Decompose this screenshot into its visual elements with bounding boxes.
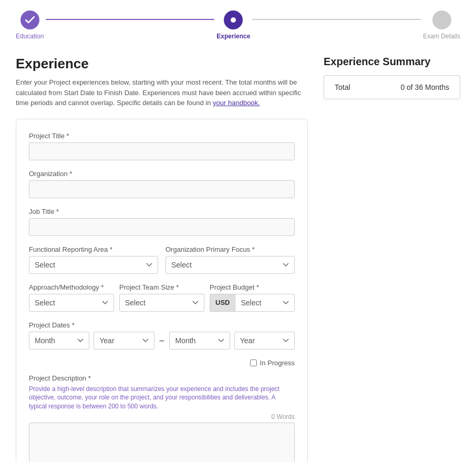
stepper-line-1 bbox=[46, 19, 214, 20]
project-budget-select[interactable]: Select bbox=[235, 294, 295, 312]
right-panel: Experience Summary Total 0 of 36 Months bbox=[324, 56, 460, 462]
stepper-experience: Experience bbox=[216, 11, 250, 40]
project-dates-label: Project Dates * bbox=[29, 321, 295, 329]
description-text: Enter your Project experiences below, st… bbox=[16, 77, 308, 108]
project-budget-label: Project Budget * bbox=[210, 283, 295, 291]
project-description-sublabel: Provide a high-level description that su… bbox=[29, 385, 295, 411]
page-title: Experience bbox=[16, 56, 308, 72]
project-title-label: Project Title * bbox=[29, 132, 295, 140]
stepper-circle-exam-details bbox=[432, 11, 451, 29]
job-title-group: Job Title * bbox=[29, 208, 295, 236]
approach-methodology-select[interactable]: Select bbox=[29, 294, 114, 312]
project-description-label: Project Description * bbox=[29, 374, 295, 382]
project-team-size-label: Project Team Size * bbox=[119, 283, 204, 291]
dates-separator: – bbox=[159, 336, 165, 345]
stepper-circle-education bbox=[20, 11, 39, 29]
organization-input[interactable] bbox=[29, 180, 295, 198]
project-description-group: Project Description * Provide a high-lev… bbox=[29, 374, 295, 463]
stepper: Education Experience Exam Details bbox=[16, 11, 460, 40]
handbook-link[interactable]: your handbook. bbox=[213, 99, 260, 107]
start-year-select[interactable]: Year bbox=[94, 332, 154, 350]
start-month-select[interactable]: Month bbox=[29, 332, 89, 350]
project-description-textarea[interactable] bbox=[29, 423, 295, 462]
in-progress-label[interactable]: In Progress bbox=[260, 359, 295, 367]
org-primary-focus-group: Organization Primary Focus * Select bbox=[165, 245, 295, 274]
project-team-size-group: Project Team Size * Select bbox=[119, 283, 204, 312]
reporting-focus-row: Functional Reporting Area * Select Organ… bbox=[29, 245, 295, 274]
summary-value: 0 of 36 Months bbox=[400, 83, 449, 91]
stepper-circle-experience bbox=[224, 11, 243, 29]
job-title-input[interactable] bbox=[29, 218, 295, 236]
organization-group: Organization * bbox=[29, 170, 295, 198]
main-content: Experience Enter your Project experience… bbox=[16, 56, 460, 462]
stepper-label-exam-details: Exam Details bbox=[423, 33, 460, 40]
organization-label: Organization * bbox=[29, 170, 295, 178]
approach-methodology-label: Approach/Methodology * bbox=[29, 283, 114, 291]
in-progress-row: In Progress bbox=[29, 359, 295, 367]
end-month-select[interactable]: Month bbox=[169, 332, 230, 350]
org-primary-focus-select[interactable]: Select bbox=[165, 256, 295, 274]
budget-currency: USD bbox=[210, 294, 235, 312]
project-title-group: Project Title * bbox=[29, 132, 295, 160]
project-dates-group: Project Dates * Month Year – Month bbox=[29, 321, 295, 350]
stepper-label-experience: Experience bbox=[216, 33, 250, 40]
project-team-size-select[interactable]: Select bbox=[119, 294, 204, 312]
stepper-education: Education bbox=[16, 11, 44, 40]
dates-row: Month Year – Month Year bbox=[29, 332, 295, 350]
summary-box: Total 0 of 36 Months bbox=[324, 75, 460, 99]
project-budget-group: Project Budget * USD Select bbox=[210, 283, 295, 312]
functional-reporting-group: Functional Reporting Area * Select bbox=[29, 245, 158, 274]
summary-title: Experience Summary bbox=[324, 56, 460, 68]
project-title-input[interactable] bbox=[29, 142, 295, 160]
summary-label: Total bbox=[335, 83, 350, 91]
approach-methodology-group: Approach/Methodology * Select bbox=[29, 283, 114, 312]
in-progress-checkbox[interactable] bbox=[250, 360, 257, 366]
approach-team-budget-row: Approach/Methodology * Select Project Te… bbox=[29, 283, 295, 312]
job-title-label: Job Title * bbox=[29, 208, 295, 215]
word-count: 0 Words bbox=[29, 413, 295, 420]
budget-row: USD Select bbox=[210, 294, 295, 312]
stepper-exam-details: Exam Details bbox=[423, 11, 460, 40]
stepper-line-2 bbox=[252, 19, 421, 20]
left-panel: Experience Enter your Project experience… bbox=[16, 56, 308, 462]
org-primary-focus-label: Organization Primary Focus * bbox=[165, 245, 295, 253]
end-year-select[interactable]: Year bbox=[234, 332, 295, 350]
functional-reporting-select[interactable]: Select bbox=[29, 256, 158, 274]
form-card: Project Title * Organization * Job Title… bbox=[16, 119, 308, 463]
functional-reporting-label: Functional Reporting Area * bbox=[29, 245, 158, 253]
stepper-label-education: Education bbox=[16, 33, 44, 40]
